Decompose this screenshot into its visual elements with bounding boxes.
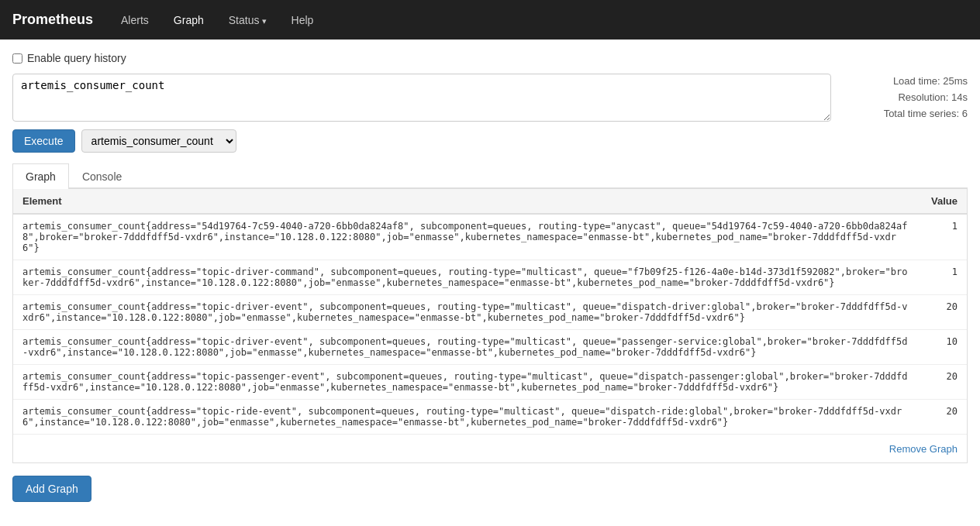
tabs-row: Graph Console bbox=[12, 163, 968, 189]
table-row: artemis_consumer_count{address="topic-ri… bbox=[13, 400, 967, 435]
table-row: artemis_consumer_count{address="topic-dr… bbox=[13, 260, 967, 295]
nav-link-status[interactable]: Status bbox=[216, 3, 279, 37]
load-info: Load time: 25ms Resolution: 14s Total ti… bbox=[844, 74, 968, 122]
nav-link-alerts[interactable]: Alerts bbox=[109, 3, 161, 37]
table-body: artemis_consumer_count{address="54d19764… bbox=[13, 214, 967, 434]
total-time-series: Total time series: 6 bbox=[844, 106, 968, 122]
table-cell-value: 20 bbox=[920, 365, 967, 400]
query-history-label[interactable]: Enable query history bbox=[27, 52, 126, 64]
resolution: Resolution: 14s bbox=[844, 90, 968, 106]
nav-item-alerts[interactable]: Alerts bbox=[109, 3, 161, 37]
table-cell-value: 1 bbox=[920, 214, 967, 260]
nav-link-help[interactable]: Help bbox=[279, 3, 326, 37]
add-graph-button[interactable]: Add Graph bbox=[12, 476, 91, 502]
table-row: artemis_consumer_count{address="topic-dr… bbox=[13, 295, 967, 330]
query-textarea[interactable]: artemis_consumer_count bbox=[12, 74, 831, 122]
add-graph-row: Add Graph bbox=[12, 463, 968, 502]
table-row: artemis_consumer_count{address="topic-dr… bbox=[13, 330, 967, 365]
table-cell-value: 1 bbox=[920, 260, 967, 295]
table-header: Element Value bbox=[13, 189, 967, 214]
query-history-checkbox[interactable] bbox=[12, 53, 22, 64]
nav-item-help[interactable]: Help bbox=[279, 3, 326, 37]
table-cell-value: 20 bbox=[920, 295, 967, 330]
navbar: Prometheus Alerts Graph Status Help bbox=[0, 0, 980, 40]
navbar-brand[interactable]: Prometheus bbox=[12, 12, 93, 28]
table-cell-element: artemis_consumer_count{address="topic-dr… bbox=[13, 260, 920, 295]
nav-link-graph[interactable]: Graph bbox=[161, 3, 216, 37]
table-cell-element: artemis_consumer_count{address="topic-ri… bbox=[13, 400, 920, 435]
table-cell-element: artemis_consumer_count{address="54d19764… bbox=[13, 214, 920, 260]
navbar-nav: Alerts Graph Status Help bbox=[109, 3, 326, 37]
tab-console[interactable]: Console bbox=[69, 163, 135, 189]
load-time: Load time: 25ms bbox=[844, 74, 968, 90]
query-container: artemis_consumer_count Load time: 25ms R… bbox=[12, 74, 968, 122]
graph-panel: Element Value artemis_consumer_count{add… bbox=[12, 189, 968, 463]
remove-graph-link[interactable]: Remove Graph bbox=[889, 443, 958, 455]
table-cell-element: artemis_consumer_count{address="topic-dr… bbox=[13, 295, 920, 330]
tab-graph[interactable]: Graph bbox=[12, 163, 69, 189]
table-cell-value: 10 bbox=[920, 330, 967, 365]
table-cell-value: 20 bbox=[920, 400, 967, 435]
nav-item-graph[interactable]: Graph bbox=[161, 3, 216, 37]
metric-select[interactable]: artemis_consumer_count bbox=[81, 129, 236, 153]
graph-actions-bottom: Remove Graph bbox=[13, 434, 967, 462]
table-row: artemis_consumer_count{address="topic-pa… bbox=[13, 365, 967, 400]
table-header-row: Element Value bbox=[13, 189, 967, 214]
results-table: Element Value artemis_consumer_count{add… bbox=[13, 189, 967, 434]
nav-item-status[interactable]: Status bbox=[216, 3, 279, 37]
col-value: Value bbox=[920, 189, 967, 214]
col-element: Element bbox=[13, 189, 920, 214]
main-content: Enable query history artemis_consumer_co… bbox=[0, 40, 980, 514]
table-cell-element: artemis_consumer_count{address="topic-pa… bbox=[13, 365, 920, 400]
execute-button[interactable]: Execute bbox=[12, 129, 75, 153]
table-row: artemis_consumer_count{address="54d19764… bbox=[13, 214, 967, 260]
table-cell-element: artemis_consumer_count{address="topic-dr… bbox=[13, 330, 920, 365]
execute-row: Execute artemis_consumer_count bbox=[12, 129, 968, 153]
query-history-row: Enable query history bbox=[12, 52, 968, 64]
